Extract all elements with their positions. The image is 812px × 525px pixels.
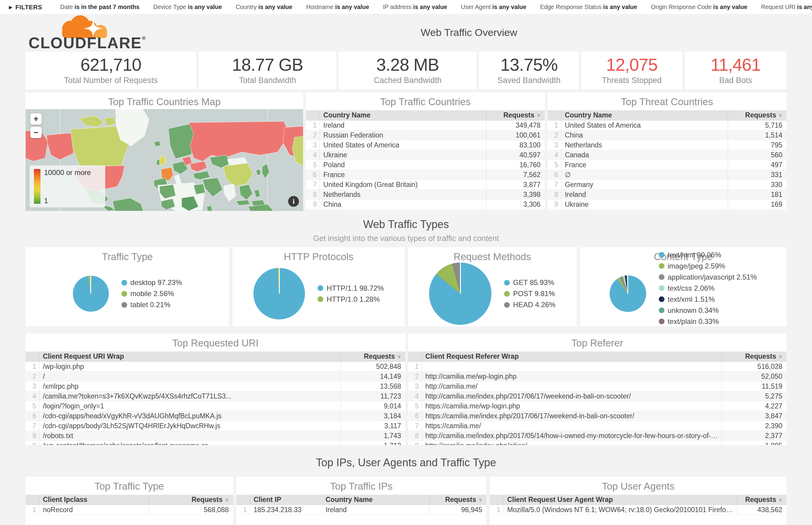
- filter-item[interactable]: Origin Response Code is any value: [651, 4, 747, 11]
- world-map[interactable]: + − 10000 or more 1 i: [26, 109, 303, 211]
- filter-item[interactable]: Country is any value: [236, 4, 292, 11]
- rank-cell: 2: [408, 372, 422, 381]
- table-cell: United States of America: [320, 141, 486, 149]
- table-cell: 3,117: [340, 421, 405, 431]
- rank-cell: 3: [548, 140, 561, 150]
- table-row: 8/robots.txt1,743: [26, 431, 405, 441]
- top-user-agents-panel: Top User Agents Client Request User Agen…: [490, 477, 786, 525]
- column-header: Country Name: [322, 496, 430, 504]
- table-row: 2China1,514: [548, 130, 786, 140]
- filter-condition: is any value: [335, 4, 369, 10]
- section-title: Web Traffic Types: [0, 218, 812, 231]
- filters-toggle[interactable]: ▶ FILTERS: [9, 4, 42, 11]
- panel-title: Top Requested URI: [26, 333, 405, 351]
- kpi-label: Total Number of Requests: [64, 76, 158, 85]
- filter-condition: is any value: [797, 4, 812, 10]
- column-header[interactable]: Requests∨: [429, 495, 486, 505]
- legend-label: text/html 90.06%: [668, 251, 721, 259]
- filter-item[interactable]: User Agent is any value: [461, 4, 526, 11]
- sort-desc-icon[interactable]: ∨: [779, 112, 782, 118]
- column-header[interactable]: Requests∨: [728, 110, 786, 120]
- filter-condition: is any value: [713, 4, 747, 10]
- kpi-label: Cached Bandwidth: [374, 76, 442, 85]
- rank-cell: 1: [490, 505, 503, 514]
- legend-swatch-icon: [318, 296, 323, 302]
- rank-cell: 9: [26, 441, 39, 445]
- column-header-label: Requests: [445, 496, 476, 504]
- traffic-type-pie-panel: Traffic Type desktop 97.23%mobile 2.56%t…: [26, 247, 229, 326]
- table-cell: 14,149: [340, 372, 405, 381]
- filter-item[interactable]: Edge Response Status is any value: [540, 4, 637, 11]
- column-header[interactable]: Requests∨: [148, 495, 233, 505]
- rank-cell: 3: [306, 140, 320, 150]
- sort-desc-icon[interactable]: ∨: [478, 496, 482, 503]
- pie-chart: [253, 268, 305, 319]
- legend-label: GET 85.93%: [513, 279, 554, 287]
- table-row: 5Poland16,760: [306, 160, 545, 170]
- sort-desc-icon[interactable]: ∨: [537, 112, 540, 118]
- table-row: 5France497: [548, 160, 786, 170]
- sort-desc-icon[interactable]: ∨: [225, 496, 228, 503]
- map-zoom-out-button[interactable]: −: [30, 127, 42, 138]
- filter-field-label: Hostname: [306, 4, 335, 10]
- table-row: 6https://camilia.me/index.php/2017/06/17…: [408, 411, 787, 421]
- filter-item[interactable]: Date is in the past 7 months: [60, 4, 140, 11]
- table-row: 2Russian Federation100,061: [306, 130, 545, 140]
- panel-title: Top User Agents: [490, 477, 786, 495]
- bottom-section-title: Top IPs, User Agents and Traffic Type: [0, 456, 812, 469]
- rank-header-cell: [490, 495, 503, 505]
- table-row: 7https://camilia.me/2,390: [408, 421, 787, 431]
- column-header[interactable]: Requests∨: [721, 351, 786, 361]
- table-header-row: Client IpclassRequests∨: [26, 495, 233, 505]
- column-header[interactable]: Requests∨: [737, 495, 786, 505]
- kpi-label: Total Bandwidth: [239, 76, 296, 85]
- legend-gradient-bar: [34, 169, 41, 204]
- column-header[interactable]: Requests∨: [340, 351, 405, 361]
- table-cell: https://camilia.me/index.php/2017/06/17/…: [422, 412, 722, 420]
- table-row: 1noRecord568,088: [26, 505, 233, 515]
- logo-wordmark: CLOUDFLARE®: [29, 34, 146, 50]
- table-cell: 2,390: [721, 421, 786, 431]
- column-header: Client Ipclass: [39, 496, 148, 504]
- table-cell: 159: [728, 209, 786, 211]
- filter-item[interactable]: IP address is any value: [383, 4, 447, 11]
- table-cell: 3,215: [486, 209, 545, 211]
- rank-cell: 6: [306, 170, 320, 180]
- kpi-card: 621,710Total Number of Requests: [26, 51, 196, 89]
- table-cell: 330: [728, 180, 786, 190]
- filter-field-label: Device Type: [153, 4, 188, 10]
- rank-cell: 7: [26, 421, 39, 431]
- filter-item[interactable]: Hostname is any value: [306, 4, 369, 11]
- legend-label: text/css 2.06%: [668, 284, 714, 292]
- table-row: 10Singapore159: [548, 209, 786, 211]
- filter-item[interactable]: Device Type is any value: [153, 4, 222, 11]
- table-cell: 181: [728, 190, 786, 199]
- column-header-label: Requests: [745, 496, 776, 504]
- legend-swatch-icon: [659, 274, 664, 280]
- table-cell: Ireland: [320, 121, 486, 130]
- table-cell: Canada: [561, 151, 728, 159]
- sort-desc-icon[interactable]: ∨: [779, 353, 782, 360]
- sort-desc-icon[interactable]: ∨: [397, 353, 401, 360]
- kpi-card: 11,461Bad Bots: [685, 51, 786, 89]
- rank-cell: 8: [26, 431, 39, 440]
- rank-header-cell: [26, 495, 39, 505]
- map-zoom-in-button[interactable]: +: [30, 113, 42, 125]
- filter-item[interactable]: Request URI is any value: [761, 4, 812, 11]
- map-info-button[interactable]: i: [288, 196, 299, 207]
- table-row: 8Netherlands3,398: [306, 190, 545, 199]
- kpi-label: Bad Bots: [719, 76, 752, 85]
- table-cell: 4,227: [721, 401, 786, 411]
- table-cell: /: [39, 373, 340, 380]
- table-row: 3United States of America83,100: [306, 140, 545, 150]
- table-cell: /login/?login_only=1: [39, 402, 340, 410]
- table-row: 2http://camilia.me/wp-login.php52,050: [408, 372, 787, 381]
- page-title: Web Traffic Overview: [151, 27, 786, 39]
- table-cell: https://camilia.me/: [422, 422, 722, 430]
- column-header-label: Requests: [745, 352, 776, 360]
- legend-item: text/css 2.06%: [659, 284, 757, 292]
- sort-desc-icon[interactable]: ∨: [779, 496, 782, 503]
- legend-swatch-icon: [504, 302, 510, 308]
- table-cell: noRecord: [39, 506, 148, 514]
- column-header[interactable]: Requests∨: [486, 110, 545, 120]
